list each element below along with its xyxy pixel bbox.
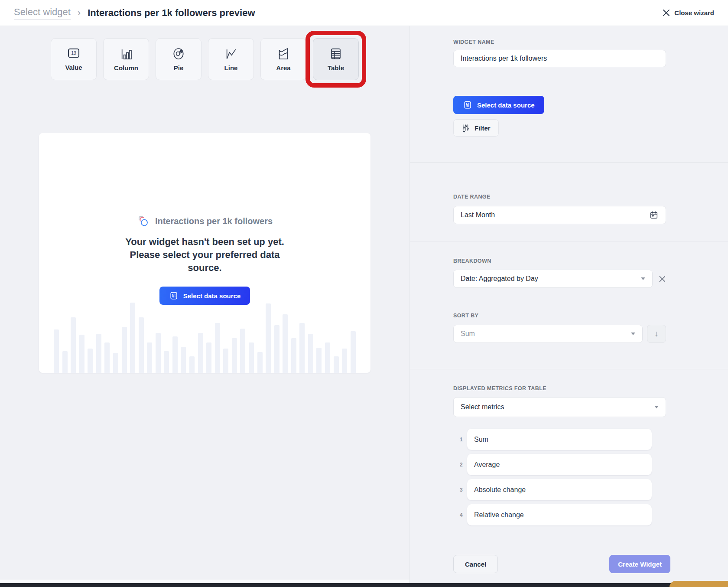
decorative-bar bbox=[215, 323, 220, 373]
decorative-bar bbox=[79, 335, 84, 373]
decorative-bar bbox=[334, 356, 339, 373]
decorative-bar bbox=[181, 347, 186, 373]
decorative-bar bbox=[325, 342, 330, 373]
filter-button[interactable]: Filter bbox=[453, 119, 499, 137]
decorative-bar bbox=[316, 348, 322, 373]
widget-type-area[interactable]: Area bbox=[260, 38, 306, 80]
cancel-button[interactable]: Cancel bbox=[453, 555, 498, 573]
breakdown-remove-icon[interactable] bbox=[659, 275, 666, 283]
widget-name-input[interactable] bbox=[453, 50, 666, 67]
close-wizard-label: Close wizard bbox=[674, 9, 714, 16]
area-chart-icon bbox=[276, 47, 291, 61]
wizard-main-panel: 13 Value Column Pie bbox=[0, 26, 410, 587]
breakdown-value: Date: Aggregated by Day bbox=[461, 275, 538, 283]
widget-type-label: Pie bbox=[174, 64, 184, 72]
metric-index: 3 bbox=[453, 487, 467, 493]
chevron-down-icon bbox=[631, 333, 635, 335]
widget-type-selector: 13 Value Column Pie bbox=[0, 38, 410, 80]
widget-type-label: Table bbox=[328, 64, 344, 72]
create-widget-button[interactable]: Create Widget bbox=[609, 555, 670, 573]
widget-type-value[interactable]: 13 Value bbox=[51, 38, 97, 80]
decorative-bar bbox=[198, 333, 203, 373]
metric-card-sum[interactable]: Sum bbox=[467, 429, 652, 450]
widget-type-line[interactable]: Line bbox=[208, 38, 254, 80]
sidebar-divider bbox=[410, 241, 728, 241]
select-data-source-button-sidebar[interactable]: Select data source bbox=[453, 96, 544, 114]
widget-type-label: Column bbox=[114, 64, 138, 72]
widget-logo-icon bbox=[137, 215, 150, 228]
widget-name-label: WIDGET NAME bbox=[453, 39, 666, 45]
sort-by-value: Sum bbox=[461, 330, 475, 338]
decorative-bar bbox=[54, 329, 59, 373]
widget-type-table[interactable]: Table bbox=[313, 38, 359, 80]
breakdown-select[interactable]: Date: Aggregated by Day bbox=[453, 270, 653, 288]
widget-type-label: Line bbox=[224, 64, 238, 72]
pie-chart-icon bbox=[171, 47, 186, 61]
calendar-icon bbox=[649, 210, 659, 220]
metric-index: 2 bbox=[453, 462, 467, 468]
preview-empty-state: Interactions per 1k followers Your widge… bbox=[39, 133, 370, 305]
date-range-value: Last Month bbox=[461, 211, 495, 219]
wizard-header: Select widget › Interactions per 1k foll… bbox=[0, 0, 728, 26]
decorative-bar bbox=[139, 317, 144, 373]
bottom-light-strip bbox=[0, 580, 410, 583]
close-icon bbox=[663, 9, 670, 16]
decorative-bar bbox=[71, 317, 76, 373]
sort-direction-button[interactable]: ↓ bbox=[647, 325, 666, 343]
decorative-bar bbox=[164, 351, 169, 373]
breakdown-label: BREAKDOWN bbox=[453, 258, 666, 264]
metrics-select[interactable]: Select metrics bbox=[453, 397, 666, 417]
decorative-bars bbox=[54, 299, 356, 373]
date-range-label: DATE RANGE bbox=[453, 194, 666, 200]
filter-label: Filter bbox=[474, 124, 491, 132]
chevron-down-icon bbox=[654, 406, 659, 408]
decorative-bar bbox=[308, 334, 313, 373]
metric-label: Relative change bbox=[474, 511, 524, 519]
decorative-bar bbox=[232, 338, 237, 373]
metric-label: Absolute change bbox=[474, 486, 526, 494]
metric-card-average[interactable]: Average bbox=[467, 454, 652, 475]
decorative-bar bbox=[62, 351, 68, 373]
decorative-bar bbox=[206, 342, 211, 373]
value-icon: 13 bbox=[66, 47, 81, 60]
table-icon bbox=[328, 47, 343, 61]
filter-sliders-icon bbox=[462, 123, 470, 133]
sidebar-divider bbox=[410, 369, 728, 369]
metric-card-relative-change[interactable]: Relative change bbox=[467, 504, 652, 525]
decorative-bar bbox=[351, 331, 356, 373]
widget-type-column[interactable]: Column bbox=[103, 38, 149, 80]
metric-row: 1 Sum bbox=[453, 429, 666, 450]
arrow-down-icon: ↓ bbox=[654, 329, 659, 339]
decorative-bar bbox=[240, 329, 245, 373]
metric-index: 1 bbox=[453, 437, 467, 443]
decorative-bar bbox=[274, 325, 280, 373]
decorative-bar bbox=[113, 353, 118, 373]
metric-card-absolute-change[interactable]: Absolute change bbox=[467, 479, 652, 500]
preview-widget-title: Interactions per 1k followers bbox=[155, 216, 273, 226]
metrics-select-placeholder: Select metrics bbox=[461, 403, 504, 411]
widget-type-label: Area bbox=[276, 64, 290, 72]
decorative-bar bbox=[223, 349, 228, 373]
decorative-bar bbox=[122, 327, 127, 373]
metric-label: Sum bbox=[474, 436, 488, 444]
column-chart-icon bbox=[119, 47, 133, 61]
widget-type-pie[interactable]: Pie bbox=[156, 38, 202, 80]
decorative-bar bbox=[172, 336, 178, 373]
amber-corner-decoration bbox=[670, 581, 728, 587]
svg-text:13: 13 bbox=[71, 50, 76, 55]
sort-by-select[interactable]: Sum bbox=[453, 325, 643, 343]
widget-preview-card: Interactions per 1k followers Your widge… bbox=[39, 133, 370, 373]
metric-row: 4 Relative change bbox=[453, 504, 666, 525]
breadcrumb-select-widget[interactable]: Select widget bbox=[14, 7, 71, 20]
select-data-source-button-preview[interactable]: Select data source bbox=[159, 287, 250, 305]
decorative-bar bbox=[130, 303, 135, 373]
close-wizard-button[interactable]: Close wizard bbox=[663, 9, 714, 16]
decorative-bar bbox=[299, 323, 305, 373]
decorative-bar bbox=[342, 349, 347, 373]
sidebar-divider bbox=[410, 162, 728, 163]
decorative-bar bbox=[266, 303, 271, 373]
metric-row: 3 Absolute change bbox=[453, 479, 666, 500]
sidebar-footer: Cancel Create Widget bbox=[453, 555, 670, 573]
decorative-bar bbox=[283, 314, 288, 373]
date-range-select[interactable]: Last Month bbox=[453, 206, 666, 224]
